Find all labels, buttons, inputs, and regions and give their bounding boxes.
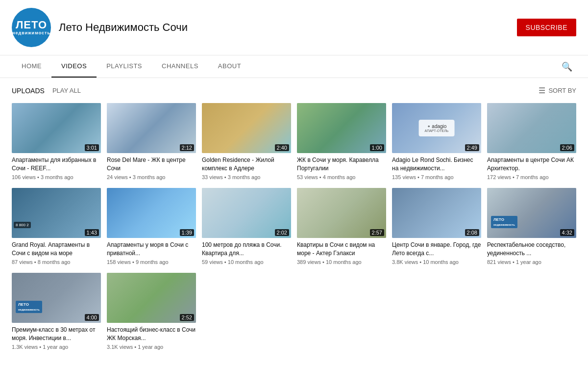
search-icon[interactable]: 🔍: [558, 57, 576, 76]
video-card-11[interactable]: 2:08 Центр Сочи в январе. Город, где Лет…: [392, 188, 481, 265]
video-card-2[interactable]: 2:12 Rose Del Mare - ЖК в центре Сочи 24…: [107, 103, 196, 180]
duration-badge: 2:12: [180, 144, 194, 151]
adagio-overlay: ⚬ adagioАПАРТ-ОТЕЛЬ: [419, 120, 455, 136]
avatar-text-top: ЛЕТО: [12, 19, 50, 31]
tab-channels[interactable]: CHANNELS: [152, 55, 208, 78]
video-title: Golden Residence - Жилой комплекс в Адле…: [202, 156, 291, 173]
thumbnail: ⚬ adagioАПАРТ-ОТЕЛЬ 2:49: [392, 103, 481, 153]
video-stats: 59 views • 10 months ago: [202, 259, 291, 265]
video-title: ЖК в Сочи у моря. Каравелла Португалии: [297, 156, 386, 173]
video-stats: 53 views • 4 months ago: [297, 174, 386, 180]
duration-badge: 1:43: [85, 229, 99, 236]
uploads-header: Uploads PLAY ALL ☰ SORT BY: [12, 86, 576, 95]
video-stats: 33 views • 3 months ago: [202, 174, 291, 180]
video-title: Премиум-класс в 30 метрах от моря. Инвес…: [12, 326, 101, 342]
tab-about[interactable]: ABOUT: [208, 55, 251, 78]
video-card-8[interactable]: 1:39 Апартаменты у моря в Сочи с приватн…: [107, 188, 196, 265]
video-card-14[interactable]: 2:52 Настоящий бизнес-класс в Сочи ЖК Мо…: [107, 273, 196, 350]
video-title: Квартиры в Сочи с видом на море - Актер …: [297, 241, 386, 258]
video-title: Настоящий бизнес-класс в Сочи ЖК Морская…: [107, 326, 196, 342]
video-grid: 3:01 Апартаменты для избранных в Сочи - …: [12, 103, 576, 350]
phone-overlay: 8 800 2: [14, 222, 31, 228]
video-stats: 172 views • 7 months ago: [487, 174, 576, 180]
video-card-13[interactable]: ЛЕТОнедвижимость 4:00 Премиум-класс в 30…: [12, 273, 101, 350]
duration-badge: 2:57: [370, 229, 384, 236]
duration-badge: 2:52: [180, 314, 194, 321]
thumbnail: 2:06: [487, 103, 576, 153]
thumbnail: 3:01: [12, 103, 101, 153]
duration-badge: 2:40: [275, 144, 289, 151]
video-meta: Апартаменты для избранных в Сочи - REEF.…: [12, 156, 101, 180]
video-card-10[interactable]: 2:57 Квартиры в Сочи с видом на море - А…: [297, 188, 386, 265]
video-card-1[interactable]: 3:01 Апартаменты для избранных в Сочи - …: [12, 103, 101, 180]
duration-badge: 2:06: [560, 144, 574, 151]
tab-videos[interactable]: VIDEOS: [51, 55, 97, 78]
video-meta: Настоящий бизнес-класс в Сочи ЖК Морская…: [107, 326, 196, 350]
avatar: ЛЕТО недвижимость: [12, 8, 51, 47]
duration-badge: 4:00: [85, 314, 99, 321]
video-card-4[interactable]: 1:00 ЖК в Сочи у моря. Каравелла Португа…: [297, 103, 386, 180]
thumbnail: 2:12: [107, 103, 196, 153]
video-stats: 135 views • 7 months ago: [392, 174, 481, 180]
video-card-7[interactable]: 8 800 2 1:43 Grand Royal. Апартаменты в …: [12, 188, 101, 265]
thumbnail: 1:00: [297, 103, 386, 153]
video-stats: 87 views • 8 months ago: [12, 259, 101, 265]
video-stats: 158 views • 9 months ago: [107, 259, 196, 265]
video-title: Rose Del Mare - ЖК в центре Сочи: [107, 156, 196, 173]
video-meta: Апартаменты в центре Сочи АК Архитектор.…: [487, 156, 576, 180]
video-meta: Премиум-класс в 30 метрах от моря. Инвес…: [12, 326, 101, 350]
channel-nav: HOME VIDEOS PLAYLISTS CHANNELS ABOUT 🔍: [0, 55, 588, 78]
video-title: Апартаменты в центре Сочи АК Архитектор.: [487, 156, 576, 173]
video-title: Апартаменты для избранных в Сочи - REEF.…: [12, 156, 101, 173]
thumbnail: ЛЕТОнедвижимость 4:00: [12, 273, 101, 323]
tab-playlists[interactable]: PLAYLISTS: [97, 55, 152, 78]
video-stats: 24 views • 3 months ago: [107, 174, 196, 180]
subscribe-button[interactable]: SUBSCRIBE: [517, 19, 576, 36]
video-card-12[interactable]: ЛЕТОнедвижимость 4:32 Респектабельное со…: [487, 188, 576, 265]
play-all-button[interactable]: PLAY ALL: [52, 87, 81, 94]
video-title: Grand Royal. Апартаменты в Сочи с видом …: [12, 241, 101, 258]
video-title: Adagio Le Rond Sochi. Бизнес на недвижим…: [392, 156, 481, 173]
channel-name: Лето Недвижимость Сочи: [59, 21, 188, 34]
leto-logo-overlay: ЛЕТОнедвижимость: [491, 216, 517, 228]
video-card-9[interactable]: 2:02 100 метров до пляжа в Сочи. Квартир…: [202, 188, 291, 265]
thumbnail: 2:52: [107, 273, 196, 323]
video-title: Респектабельное соседство, уединенность …: [487, 241, 576, 258]
video-card-6[interactable]: 2:06 Апартаменты в центре Сочи АК Архите…: [487, 103, 576, 180]
duration-badge: 1:00: [370, 144, 384, 151]
thumbnail: 2:40: [202, 103, 291, 153]
thumbnail: 1:39: [107, 188, 196, 238]
video-meta: Центр Сочи в январе. Город, где Лето все…: [392, 241, 481, 265]
channel-brand: ЛЕТО недвижимость Лето Недвижимость Сочи: [12, 8, 188, 47]
video-stats: 1.3K views • 1 year ago: [12, 344, 101, 350]
duration-badge: 3:01: [85, 144, 99, 151]
video-meta: Квартиры в Сочи с видом на море - Актер …: [297, 241, 386, 265]
video-meta: Grand Royal. Апартаменты в Сочи с видом …: [12, 241, 101, 265]
duration-badge: 2:02: [275, 229, 289, 236]
video-stats: 821 views • 1 year ago: [487, 259, 576, 265]
thumbnail: 8 800 2 1:43: [12, 188, 101, 238]
thumbnail: 2:57: [297, 188, 386, 238]
video-meta: 100 метров до пляжа в Сочи. Квартира для…: [202, 241, 291, 265]
uploads-title: Uploads: [12, 87, 45, 95]
thumbnail: 2:02: [202, 188, 291, 238]
video-meta: Golden Residence - Жилой комплекс в Адле…: [202, 156, 291, 180]
video-card-3[interactable]: 2:40 Golden Residence - Жилой комплекс в…: [202, 103, 291, 180]
leto-logo-overlay: ЛЕТОнедвижимость: [16, 301, 42, 313]
thumbnail: ЛЕТОнедвижимость 4:32: [487, 188, 576, 238]
duration-badge: 2:08: [465, 229, 479, 236]
channel-header: ЛЕТО недвижимость Лето Недвижимость Сочи…: [0, 0, 588, 55]
video-meta: Rose Del Mare - ЖК в центре Сочи 24 view…: [107, 156, 196, 180]
duration-badge: 4:32: [560, 229, 574, 236]
video-meta: Adagio Le Rond Sochi. Бизнес на недвижим…: [392, 156, 481, 180]
video-stats: 3.1K views • 1 year ago: [107, 344, 196, 350]
video-card-5[interactable]: ⚬ adagioАПАРТ-ОТЕЛЬ 2:49 Adagio Le Rond …: [392, 103, 481, 180]
video-meta: Апартаменты у моря в Сочи с приватной...…: [107, 241, 196, 265]
tab-home[interactable]: HOME: [12, 55, 51, 78]
duration-badge: 1:39: [180, 229, 194, 236]
nav-tabs: HOME VIDEOS PLAYLISTS CHANNELS ABOUT: [12, 55, 558, 78]
video-meta: ЖК в Сочи у моря. Каравелла Португалии 5…: [297, 156, 386, 180]
video-stats: 3.8K views • 10 months ago: [392, 259, 481, 265]
sort-by-button[interactable]: ☰ SORT BY: [539, 86, 576, 95]
thumbnail: 2:08: [392, 188, 481, 238]
